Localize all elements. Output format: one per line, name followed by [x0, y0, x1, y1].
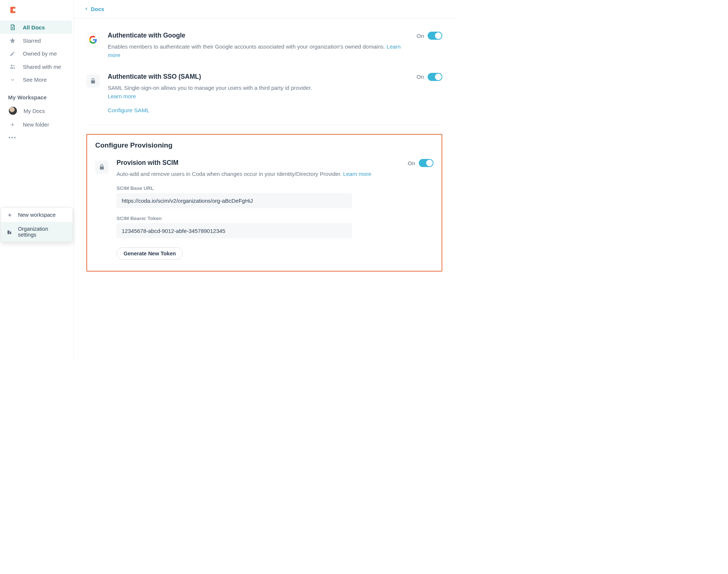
sidebar: All Docs Starred Owned by me Shared with…	[0, 0, 74, 359]
setting-desc: Enables members to authenticate with the…	[108, 42, 408, 60]
panel-heading: Configure Provisioning	[95, 141, 433, 149]
avatar	[9, 107, 17, 115]
breadcrumb-label: Docs	[91, 6, 104, 12]
learn-more-link[interactable]: Learn more	[108, 93, 136, 99]
chevron-left-icon	[84, 6, 89, 12]
building-icon	[6, 229, 13, 235]
popup-item-org-settings[interactable]: Organization settings	[1, 222, 72, 242]
sidebar-item-label: See More	[23, 77, 47, 83]
generate-token-button[interactable]: Generate New Token	[117, 247, 183, 260]
sidebar-item-my-docs[interactable]: My Docs	[0, 103, 74, 118]
configure-saml-link[interactable]: Configure SAML	[108, 107, 150, 113]
coda-logo-icon	[9, 6, 17, 14]
sidebar-item-shared-with-me[interactable]: Shared with me	[0, 60, 74, 73]
chevron-down-icon	[9, 77, 16, 82]
toggle-auth-google[interactable]	[428, 32, 442, 40]
popup-item-label: Organization settings	[18, 226, 67, 238]
workspace-popup: New workspace Organization settings	[1, 208, 73, 242]
sidebar-item-label: Starred	[23, 38, 41, 44]
setting-auth-google: Authenticate with Google Enables members…	[86, 26, 442, 68]
plus-icon	[6, 212, 13, 218]
setting-desc: SAML Single-sign-on allows you to manage…	[108, 84, 408, 101]
sidebar-more-button[interactable]: •••	[0, 131, 74, 144]
content: Authenticate with Google Enables members…	[74, 18, 455, 283]
popup-item-label: New workspace	[18, 212, 56, 218]
setting-desc: Auto-add and remove users in Coda when c…	[117, 170, 400, 178]
scim-base-url-value[interactable]: https://coda.io/scim/v2/organizations/or…	[117, 193, 352, 208]
plus-icon	[9, 122, 16, 128]
setting-scim: Provision with SCIM Auto-add and remove …	[95, 154, 433, 261]
learn-more-link[interactable]: Learn more	[343, 171, 371, 177]
breadcrumb-docs[interactable]: Docs	[74, 0, 455, 18]
sidebar-item-see-more[interactable]: See More	[0, 73, 74, 86]
toggle-state-label: On	[417, 33, 424, 39]
setting-auth-sso: Authenticate with SSO (SAML) SAML Single…	[86, 68, 442, 122]
sidebar-item-label: My Docs	[24, 108, 45, 114]
google-icon	[86, 33, 100, 46]
toggle-state-label: On	[417, 74, 424, 80]
lock-icon	[86, 74, 100, 88]
star-icon	[9, 37, 16, 44]
popup-item-new-workspace[interactable]: New workspace	[1, 208, 72, 222]
svg-rect-1	[13, 8, 16, 11]
sidebar-item-label: Shared with me	[23, 64, 61, 70]
pencil-icon	[9, 51, 16, 57]
setting-title: Authenticate with Google	[108, 32, 408, 39]
sidebar-item-new-folder[interactable]: New folder	[0, 118, 74, 131]
sidebar-item-label: All Docs	[23, 24, 45, 31]
setting-title: Provision with SCIM	[117, 159, 400, 167]
sidebar-item-owned-by-me[interactable]: Owned by me	[0, 47, 74, 60]
toggle-state-label: On	[408, 160, 415, 166]
toggle-scim[interactable]	[419, 159, 433, 167]
sidebar-item-starred[interactable]: Starred	[0, 34, 74, 47]
toggle-auth-sso[interactable]	[428, 73, 442, 81]
sidebar-item-label: New folder	[23, 121, 49, 128]
scim-base-url-label: SCIM Base URL	[117, 185, 400, 191]
workspace-header: My Workspace	[0, 86, 74, 103]
sidebar-item-label: Owned by me	[23, 50, 57, 57]
panel-provisioning: Configure Provisioning Provision with SC…	[86, 134, 442, 272]
people-icon	[9, 63, 16, 70]
setting-title: Authenticate with SSO (SAML)	[108, 73, 408, 81]
doc-icon	[9, 24, 16, 31]
svg-point-2	[11, 65, 13, 67]
scim-token-label: SCIM Bearer Token	[117, 216, 400, 221]
svg-point-3	[13, 65, 15, 67]
main: Docs Authenticate with Google Enables me…	[74, 0, 455, 359]
scim-token-value[interactable]: 12345678-abcd-9012-abfe-345789012345	[117, 223, 352, 238]
sidebar-item-all-docs[interactable]: All Docs	[0, 21, 72, 34]
separator	[86, 125, 442, 125]
lock-icon	[95, 160, 108, 174]
more-icon: •••	[9, 134, 16, 141]
app-logo[interactable]	[0, 4, 74, 21]
